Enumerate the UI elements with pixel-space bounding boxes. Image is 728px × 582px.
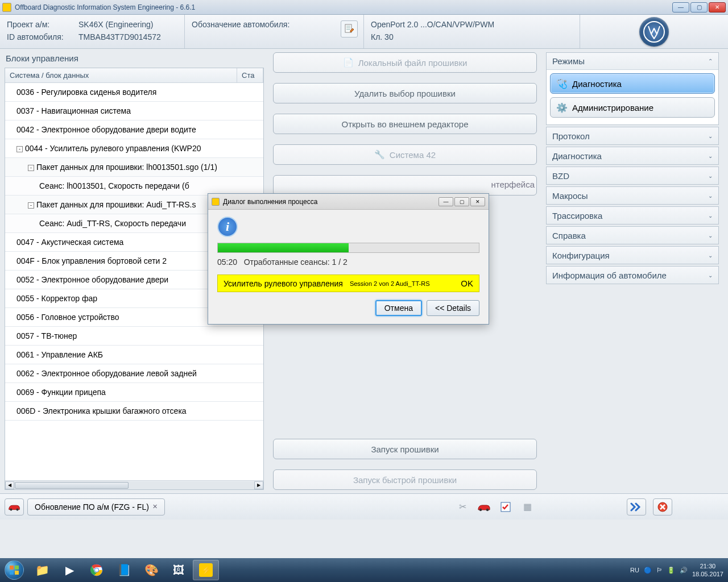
tree-row[interactable]: -0044 - Усилитель рулевого управления (K…	[5, 139, 263, 158]
flash-status-row: Усилитель рулевого управления Session 2 …	[217, 275, 479, 292]
tree-row-label: Пакет данных для прошивки: Audi_TT-RS.s	[36, 200, 196, 209]
section-header[interactable]: Информация об автомобиле⌄	[547, 267, 718, 284]
car-icon-button[interactable]	[474, 498, 494, 516]
tray-volume-icon[interactable]: 🔊	[680, 567, 688, 574]
svg-point-5	[486, 508, 489, 510]
dialog-close-button[interactable]: ✕	[470, 197, 485, 206]
taskbar-mediaplayer[interactable]: ▶	[56, 560, 82, 580]
tree-row-label: 0062 - Электронное оборудование левой за…	[16, 369, 197, 378]
section-header[interactable]: Трассировка⌄	[547, 207, 718, 224]
vehicle-id-value: TMBAB43T7D9014572	[78, 31, 161, 43]
section-header[interactable]: Конфигурация⌄	[547, 247, 718, 264]
taskbar-gallery[interactable]: 🖼	[166, 560, 192, 580]
taskbar-clock[interactable]: 21:30 18.05.2017	[692, 562, 723, 578]
section-header[interactable]: Диагностика⌄	[547, 147, 718, 164]
tree-row[interactable]: 0069 - Функции прицепа	[5, 383, 263, 402]
tree-row-label: 0057 - ТВ-тюнер	[16, 331, 77, 340]
delete-firmware-button[interactable]: Удалить выбор прошивки	[273, 83, 537, 103]
dialog-maximize-button[interactable]: ▢	[454, 197, 469, 206]
section-label: BZD	[552, 171, 569, 181]
tree-toggle-icon[interactable]: -	[28, 202, 34, 209]
tree-row[interactable]: 0036 - Регулировка сиденья водителя	[5, 83, 263, 102]
section-label: Диагностика	[552, 151, 602, 161]
svg-point-4	[479, 508, 482, 510]
open-external-editor-button[interactable]: Открыть во внешнем редакторе	[273, 114, 537, 134]
car-home-tab[interactable]	[5, 498, 24, 516]
check-box-icon-button[interactable]	[496, 498, 515, 516]
tree-row[interactable]: 0061 - Управление АКБ	[5, 346, 263, 364]
taskbar-paint[interactable]: 🎨	[138, 560, 164, 580]
svg-rect-9	[15, 566, 19, 569]
tree-row[interactable]: 006D - Электроника крышки багажного отсе…	[5, 402, 263, 421]
grid-icon-button[interactable]: ▦	[518, 498, 537, 516]
cancel-button[interactable]	[653, 498, 672, 516]
cut-icon-button[interactable]: ✂	[453, 498, 472, 516]
tree-col-system[interactable]: Система / блок данных	[5, 68, 237, 82]
tree-toggle-icon[interactable]: -	[16, 146, 23, 152]
tree-row-label: 0047 - Акустическая система	[16, 238, 123, 247]
tree-row-label: 0061 - Управление АКБ	[16, 350, 103, 359]
section-label: Справка	[552, 231, 586, 240]
section-header[interactable]: Протокол⌄	[547, 127, 718, 144]
window-minimize-button[interactable]: —	[672, 2, 689, 13]
dialog-minimize-button[interactable]: —	[439, 197, 453, 206]
tray-flag-icon[interactable]: 🔵	[644, 567, 652, 574]
taskbar-explorer[interactable]: 📁	[29, 560, 55, 580]
tree-toggle-icon[interactable]: -	[28, 165, 34, 171]
forward-button[interactable]	[627, 498, 646, 516]
taskbar-odis-app[interactable]: ⚡	[193, 560, 219, 580]
tree-row-label: 0037 - Навигационная система	[16, 106, 131, 115]
notepad-button[interactable]	[341, 20, 358, 38]
tree-h-scrollbar[interactable]: ◀ ▶	[5, 480, 263, 489]
window-maximize-button[interactable]: ▢	[690, 2, 708, 13]
chevron-down-icon: ⌄	[708, 173, 713, 179]
taskbar-lang[interactable]: RU	[630, 567, 639, 573]
scroll-left-button[interactable]: ◀	[5, 481, 14, 489]
start-button[interactable]	[0, 558, 28, 582]
tray-battery-icon[interactable]: 🔋	[667, 567, 675, 574]
tray-action-center-icon[interactable]: 🏳	[656, 567, 663, 573]
start-flash-button[interactable]: Запуск прошивки	[273, 439, 537, 459]
section-header[interactable]: Макросы⌄	[547, 187, 718, 204]
status-ok: OK	[461, 278, 473, 288]
chevron-up-icon: ⌃	[708, 58, 713, 64]
section-header[interactable]: BZD⌄	[547, 167, 718, 184]
window-close-button[interactable]: ✕	[709, 2, 726, 13]
chevron-down-icon: ⌄	[708, 133, 713, 139]
tree-row[interactable]: 0057 - ТВ-тюнер	[5, 327, 263, 346]
chevron-down-icon: ⌄	[708, 213, 713, 219]
section-label: Трассировка	[552, 211, 602, 221]
dialog-cancel-button[interactable]: Отмена	[375, 300, 422, 316]
scroll-thumb[interactable]	[15, 482, 129, 489]
info-icon: i	[217, 217, 238, 237]
start-fast-flash-button: Запуск быстрой прошивки	[273, 469, 537, 490]
windows-taskbar: 📁 ▶ 📘 🎨 🖼 ⚡ RU 🔵 🏳 🔋 🔊 21:30 18.05.2017	[0, 558, 728, 582]
dialog-details-button[interactable]: << Details	[427, 300, 479, 316]
tree-row[interactable]: 0062 - Электронное оборудование левой за…	[5, 364, 263, 383]
mode-administration-button[interactable]: ⚙️ Администрирование	[550, 97, 715, 118]
tree-row[interactable]: 0037 - Навигационная система	[5, 102, 263, 120]
tree-row[interactable]: -Пакет данных для прошивки: lh0013501.sg…	[5, 158, 263, 177]
firmware-update-tab[interactable]: Обновление ПО а/м (FZG - FL) ✕	[27, 498, 165, 516]
mode-diagnostics-button[interactable]: 🩺 Диагностика	[550, 73, 715, 94]
status-sub: Session 2 von 2 Audi_TT-RS	[350, 280, 430, 287]
engine-app-icon	[212, 198, 220, 206]
modes-section-header[interactable]: Режимы ⌃	[547, 53, 718, 70]
tree-row-label: 0052 - Электронное оборудование двери	[16, 275, 168, 284]
tree-row-label: 0044 - Усилитель рулевого управления (KW…	[25, 144, 201, 153]
info-header: Проект а/м:SK46X (Engineering) ID автомо…	[0, 15, 728, 49]
chevron-down-icon: ⌄	[708, 153, 713, 159]
tree-row-label: 006D - Электроника крышки багажного отсе…	[16, 406, 187, 415]
section-header[interactable]: Справка⌄	[547, 227, 718, 244]
local-firmware-button: 📄 Локальный файл прошивки	[273, 52, 537, 73]
scroll-right-button[interactable]: ▶	[254, 481, 263, 489]
svg-rect-11	[15, 571, 19, 575]
vehicle-designation-label: Обозначение автомобиля:	[192, 18, 289, 31]
tree-row[interactable]: 0042 - Электронное оборудование двери во…	[5, 120, 263, 139]
tab-close-icon[interactable]: ✕	[152, 503, 158, 510]
tree-col-status[interactable]: Ста	[237, 68, 263, 82]
process-dialog: Диалог выполнения процесса — ▢ ✕ i 05:20…	[208, 193, 489, 325]
taskbar-editor[interactable]: 📘	[111, 560, 137, 580]
taskbar-chrome[interactable]	[84, 560, 110, 580]
project-label: Проект а/м:	[7, 18, 75, 31]
